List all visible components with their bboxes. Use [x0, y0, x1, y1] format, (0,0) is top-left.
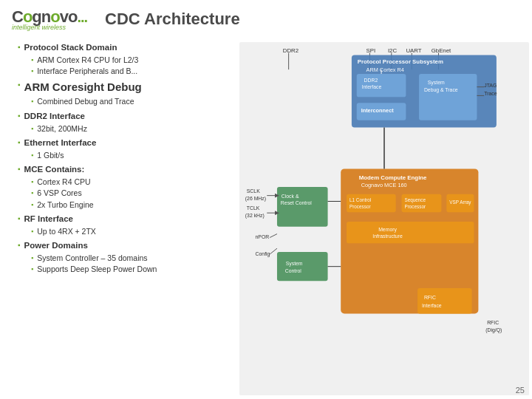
- svg-rect-42: [277, 252, 328, 281]
- page-number: 25: [516, 386, 525, 395]
- right-panel: DDR2 SPI I2C UART GbEnet Protocol Proces…: [236, 38, 532, 399]
- architecture-diagram: DDR2 SPI I2C UART GbEnet Protocol Proces…: [239, 40, 529, 398]
- svg-text:(26 MHz): (26 MHz): [245, 196, 266, 202]
- section-rf-title: RF Interface: [18, 213, 225, 225]
- svg-text:Protocol Processor Subsystem: Protocol Processor Subsystem: [358, 58, 443, 65]
- svg-text:L1 Control: L1 Control: [349, 197, 371, 202]
- section-ethernet: Ethernet Interface 1 Gbit/s: [18, 137, 225, 160]
- svg-text:Control: Control: [285, 268, 302, 273]
- sub-32bit: 32bit, 200MHz: [31, 123, 225, 134]
- section-rf: RF Interface Up to 4RX + 2TX: [18, 213, 225, 236]
- svg-text:I2C: I2C: [388, 47, 398, 54]
- sub-interface-periph: Interface Peripherals and B...: [31, 66, 225, 76]
- svg-text:DDR2: DDR2: [364, 78, 378, 83]
- svg-text:Sequence: Sequence: [404, 197, 426, 203]
- section-protocol-title: Protocol Stack Domain: [18, 41, 225, 53]
- svg-rect-48: [347, 194, 396, 213]
- svg-text:Interconnect: Interconnect: [361, 107, 395, 114]
- section-ddr2: DDR2 Interface 32bit, 200MHz: [18, 110, 225, 134]
- svg-text:Processor: Processor: [404, 204, 426, 209]
- sub-turbo-engine: 2x Turbo Engine: [31, 200, 225, 210]
- svg-text:VSP Array: VSP Array: [449, 200, 471, 205]
- svg-text:(32 kHz): (32 kHz): [245, 213, 265, 219]
- svg-text:RFIC: RFIC: [424, 295, 436, 300]
- svg-text:DDR2: DDR2: [283, 47, 299, 54]
- sub-arm-cortex-r4: ARM Cortex R4 CPU for L2/3: [31, 55, 225, 65]
- svg-text:JTAG: JTAG: [484, 83, 497, 88]
- svg-text:Infrastructure: Infrastructure: [372, 233, 403, 239]
- svg-text:Debug & Trace: Debug & Trace: [424, 87, 458, 93]
- svg-text:Processor: Processor: [349, 204, 372, 209]
- svg-text:Clock &: Clock &: [282, 194, 299, 199]
- logo: Cognovo... intelligent wireless: [12, 7, 87, 31]
- section-ethernet-title: Ethernet Interface: [18, 137, 225, 149]
- section-ddr2-title: DDR2 Interface: [18, 110, 225, 122]
- sub-system-controller: System Controller – 35 domains: [31, 253, 225, 263]
- section-coresight: ARM Coresight Debug Combined Debug and T…: [18, 79, 225, 106]
- section-coresight-title: ARM Coresight Debug: [18, 79, 225, 95]
- svg-text:Config: Config: [256, 251, 270, 257]
- sub-1gbit: 1 Gbit/s: [31, 150, 225, 160]
- header: Cognovo... intelligent wireless CDC Arch…: [0, 0, 532, 38]
- section-power: Power Domains System Controller – 35 dom…: [18, 239, 225, 274]
- section-protocol: Protocol Stack Domain ARM Cortex R4 CPU …: [18, 41, 225, 76]
- svg-text:SPI: SPI: [366, 47, 376, 54]
- svg-text:GbEnet: GbEnet: [432, 47, 451, 54]
- svg-text:Interface: Interface: [422, 303, 442, 308]
- svg-text:Modem Compute Engine: Modem Compute Engine: [359, 174, 427, 181]
- svg-text:Cognavo MCE 160: Cognavo MCE 160: [361, 182, 407, 188]
- svg-rect-56: [347, 222, 474, 243]
- page-title: CDC Architecture: [105, 10, 240, 29]
- svg-text:(Dig/Q): (Dig/Q): [485, 327, 502, 333]
- sub-combined-debug: Combined Debug and Trace: [31, 96, 225, 106]
- svg-text:System: System: [428, 80, 445, 86]
- left-panel: Protocol Stack Domain ARM Cortex R4 CPU …: [0, 38, 236, 399]
- svg-rect-51: [402, 194, 442, 213]
- sub-deep-sleep: Supports Deep Sleep Power Down: [31, 264, 225, 274]
- svg-text:Trace: Trace: [484, 91, 497, 96]
- svg-text:UART: UART: [406, 47, 421, 54]
- svg-text:SCLK: SCLK: [247, 188, 260, 194]
- svg-text:Interface: Interface: [362, 84, 382, 89]
- svg-text:TCLK: TCLK: [247, 205, 260, 211]
- svg-text:RFIC: RFIC: [487, 320, 499, 325]
- svg-text:Reset Control: Reset Control: [281, 200, 312, 205]
- svg-text:System: System: [286, 261, 303, 267]
- sub-cortex-r4: Cortex R4 CPU: [31, 177, 225, 187]
- section-power-title: Power Domains: [18, 239, 225, 251]
- main-content: Protocol Stack Domain ARM Cortex R4 CPU …: [0, 38, 532, 399]
- sub-vsp-cores: 6 VSP Cores: [31, 188, 225, 198]
- svg-rect-59: [417, 288, 471, 313]
- section-mce-title: MCE Contains:: [18, 163, 225, 175]
- svg-text:ARM Cortex R4: ARM Cortex R4: [366, 66, 404, 73]
- svg-text:nPOR: nPOR: [256, 234, 270, 239]
- svg-text:Memory: Memory: [378, 227, 397, 233]
- sub-rx-tx: Up to 4RX + 2TX: [31, 226, 225, 236]
- section-mce: MCE Contains: Cortex R4 CPU 6 VSP Cores …: [18, 163, 225, 210]
